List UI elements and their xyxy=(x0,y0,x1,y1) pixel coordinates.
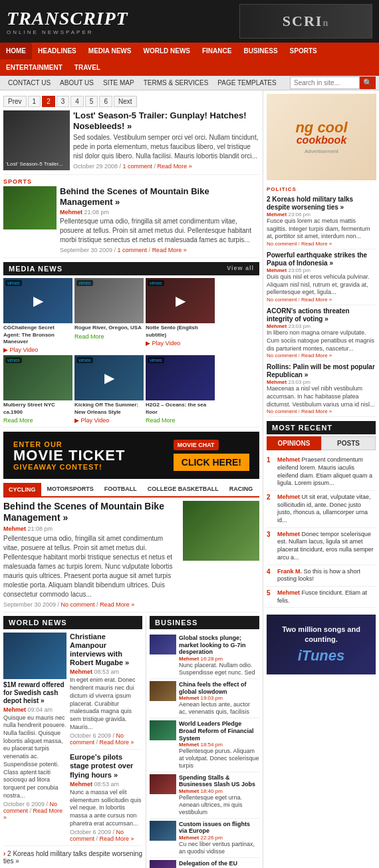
world-news-header: WORLD NEWS xyxy=(3,616,142,629)
business-header: BUSINESS xyxy=(150,616,259,629)
tab-motorsports[interactable]: MOTORSPORTS xyxy=(43,483,98,496)
big-left-article: 'Lost' Season-5 Trailer... 'Lost' Season… xyxy=(3,110,259,175)
world-article-2: Europe's pilots stage protest over flyin… xyxy=(70,753,142,842)
big-left-text: Sed sodales. Vestibulum semper orci vel … xyxy=(73,133,259,161)
sec-nav-terms[interactable]: TERMS & SERVICES xyxy=(139,76,213,90)
cycling-footer: September 30 2009 / No comment / Read Mo… xyxy=(3,601,179,608)
media-action-3[interactable]: ▶ Play Video xyxy=(146,340,215,347)
sidebar-article-4: Rollins: Palin will be most popular Repu… xyxy=(267,361,376,417)
banner-right: MOVIE CHAT CLICK HERE! xyxy=(174,440,249,471)
media-item-2: vimeo Rogue River, Oregon, USA Read More xyxy=(74,278,144,353)
sports-label: SPORTS xyxy=(3,175,259,186)
nav-finance[interactable]: FINANCE xyxy=(196,43,237,59)
header-ad: SCRIn xyxy=(239,4,372,39)
itunes-ad[interactable]: Two million songs and counting. iTunes xyxy=(267,615,376,674)
sidebar: ng cool cookbook Advertisement POLITICS … xyxy=(263,90,379,868)
world-article-1-title: Christiane Amanpour interviews with Robe… xyxy=(70,633,142,668)
tab-cycling[interactable]: CYCLING xyxy=(3,483,41,496)
media-action-6[interactable]: Read More xyxy=(146,417,215,424)
contest-banner[interactable]: ENTER OUR MOVIE TICKET GIVEAWAY CONTEST!… xyxy=(3,432,259,479)
sports-footer: September 30 2009 / 1 comment / Read Mor… xyxy=(60,247,259,253)
nav-travel[interactable]: TRAVEL xyxy=(68,59,106,76)
nav-headlines[interactable]: HEADLINES xyxy=(32,43,82,59)
media-caption-3: Notte Sento (English subtitle) xyxy=(146,325,215,339)
recent-item-5: 5 Mehmet Fusce tincidunt. Etiam at felis… xyxy=(267,587,376,608)
media-caption-4: Mulberry Street NYC ca.1900 xyxy=(3,402,72,416)
media-item-4: vimeo Mulberry Street NYC ca.1900 Read M… xyxy=(3,355,72,424)
movie-chat-badge: MOVIE CHAT xyxy=(174,440,249,450)
tab-college-basketball[interactable]: COLLEGE BASKETBALL xyxy=(143,483,223,496)
pagination: Prev 1 2 3 4 5 6 Next xyxy=(3,94,259,110)
cycling-tabs: CYCLING MOTORSPORTS FOOTBALL COLLEGE BAS… xyxy=(3,483,259,498)
media-caption-1: CGChallenge Secret Agent: The Bronson Ma… xyxy=(3,325,72,345)
big-left-footer: October 29 2008 / 1 comment / Read More … xyxy=(73,163,259,170)
sec-nav-templates[interactable]: PAGE TEMPLATES xyxy=(213,76,281,90)
world-bullet-1: › 2 Koreas hold military talks despite w… xyxy=(3,849,142,866)
business-section: BUSINESS Global stocks plunge; market lo… xyxy=(150,616,259,868)
page-2[interactable]: 2 xyxy=(42,96,55,107)
page-1[interactable]: 1 xyxy=(28,96,41,107)
sports-thumb xyxy=(3,186,57,229)
world-left-article: $1M reward offered for Swedish cash depo… xyxy=(3,633,66,843)
media-item-1: vimeo ▶ CGChallenge Secret Agent: The Br… xyxy=(3,278,72,353)
media-action-5[interactable]: ▶ Play Video xyxy=(74,417,144,424)
nav-home[interactable]: HOME xyxy=(0,43,32,59)
click-here-btn[interactable]: CLICK HERE! xyxy=(174,454,249,471)
media-action-4[interactable]: Read More xyxy=(3,417,72,424)
next-page[interactable]: Next xyxy=(114,96,137,107)
logo: TRANSCRIPT xyxy=(7,8,128,29)
world-left-title: $1M reward offered for Swedish cash depo… xyxy=(3,681,66,705)
media-item-3: vimeo ▶ Notte Sento (English subtitle) ▶… xyxy=(146,278,215,353)
biz-item-4: Spending Stalls & Businesses Slash US Jo… xyxy=(150,772,259,819)
sidebar-article-2: Powerful earthquake strikes the Papua of… xyxy=(267,249,376,305)
prev-page[interactable]: Prev xyxy=(3,96,27,107)
media-caption-2: Rogue River, Oregon, USA xyxy=(74,325,144,331)
media-item-5: vimeo ▶ Kicking Off The Summer: New Orle… xyxy=(74,355,144,424)
world-article-2-title: Europe's pilots stage protest over flyin… xyxy=(70,753,142,780)
nav-world-news[interactable]: WORLD NEWS xyxy=(137,43,196,59)
tab-opinions[interactable]: OPINIONS xyxy=(267,436,321,450)
sidebar-article-3: ACORN's actions threaten integrity of vo… xyxy=(267,305,376,361)
recent-item-1: 1 Mehmet Praesent condimentum eleifend l… xyxy=(267,454,376,491)
nav-sports[interactable]: SPORTS xyxy=(284,43,323,59)
search-button[interactable]: 🔍 xyxy=(360,76,376,89)
recent-list: 1 Mehmet Praesent condimentum eleifend l… xyxy=(267,454,376,608)
tab-racing[interactable]: RACING xyxy=(225,483,258,496)
media-action-1[interactable]: ▶ Play Video xyxy=(3,347,72,353)
media-news-view-all[interactable]: View all xyxy=(227,265,254,273)
cycling-thumb xyxy=(183,501,259,561)
media-item-6: vimeo H2G2 – Oceans: the sea floor Read … xyxy=(146,355,215,424)
biz-item-6: Delegation of the EU Commission to the U… xyxy=(150,858,259,868)
world-article-1: Christiane Amanpour interviews with Robe… xyxy=(70,633,142,750)
page-5[interactable]: 5 xyxy=(85,96,98,107)
page-3[interactable]: 3 xyxy=(57,96,70,107)
cycling-meta: Mehmet 21:08 pm xyxy=(3,525,179,532)
search-input[interactable] xyxy=(290,76,360,89)
header: TRANSCRIPT ONLINE NEWSPAPER SCRIn xyxy=(0,0,379,43)
main-nav: HOME HEADLINES MEDIA NEWS WORLD NEWS FIN… xyxy=(0,43,379,76)
nav-entertainment[interactable]: ENTERTAINMENT xyxy=(0,59,68,76)
page-6[interactable]: 6 xyxy=(99,96,112,107)
most-recent-header: MOST RECENT xyxy=(267,421,376,434)
sec-nav-sitemap[interactable]: SITE MAP xyxy=(98,76,139,90)
banner-giveaway: GIVEAWAY CONTEST! xyxy=(13,463,125,471)
sec-nav-about[interactable]: ABOUT US xyxy=(55,76,98,90)
media-grid: vimeo ▶ CGChallenge Secret Agent: The Br… xyxy=(3,278,259,428)
tab-football[interactable]: FOOTBALL xyxy=(100,483,142,496)
logo-area: TRANSCRIPT ONLINE NEWSPAPER xyxy=(7,8,128,35)
nav-business[interactable]: BUSINESS xyxy=(237,43,283,59)
sec-nav-contact[interactable]: CONTACT US xyxy=(3,76,55,90)
recent-item-4: 4 Frank M. So this is how a short postin… xyxy=(267,565,376,587)
recent-item-3: 3 Mehmet Donec tempor scelerisque est. N… xyxy=(267,528,376,565)
biz-item-1: Global stocks plunge; market looking to … xyxy=(150,633,259,679)
page-4[interactable]: 4 xyxy=(70,96,84,107)
itunes-logo: iTunes xyxy=(273,647,369,664)
biz-item-2: China feels the effect of global slowdow… xyxy=(150,679,259,718)
nav-media-news[interactable]: MEDIA NEWS xyxy=(82,43,138,59)
sidebar-ad-top: ng cool cookbook Advertisement xyxy=(267,94,376,180)
big-left-thumb: 'Lost' Season-5 Trailer... xyxy=(3,110,70,170)
sidebar-article-1: 2 Koreas hold military talks despite wor… xyxy=(267,194,376,249)
most-recent-tabs: OPINIONS POSTS xyxy=(267,436,376,450)
media-action-2[interactable]: Read More xyxy=(74,333,144,340)
tab-posts[interactable]: POSTS xyxy=(321,436,376,450)
